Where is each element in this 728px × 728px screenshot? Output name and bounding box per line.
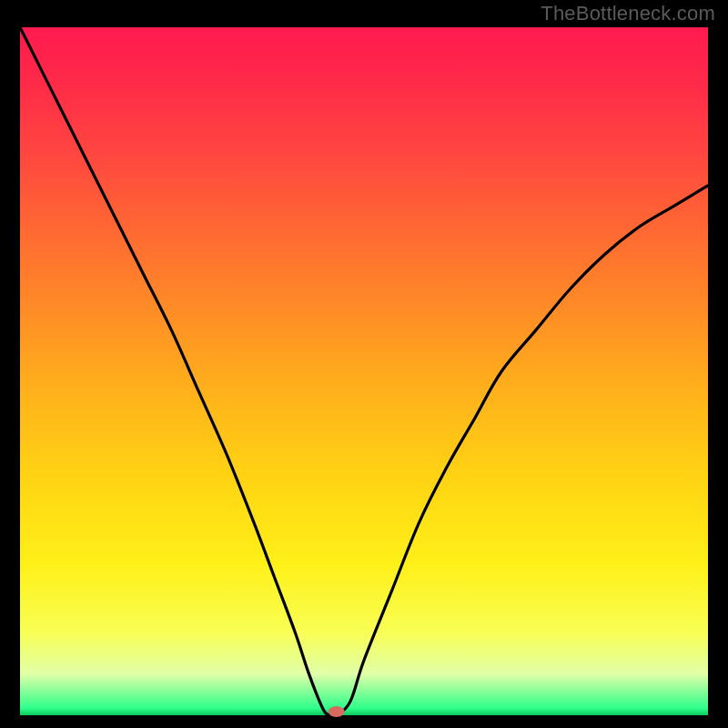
watermark-text: TheBottleneck.com [541,2,715,25]
chart-frame: TheBottleneck.com [0,0,728,728]
plot-area [20,27,708,715]
bottleneck-curve-path [20,27,708,717]
optimal-marker [329,706,345,717]
bottleneck-curve-svg [20,27,708,715]
